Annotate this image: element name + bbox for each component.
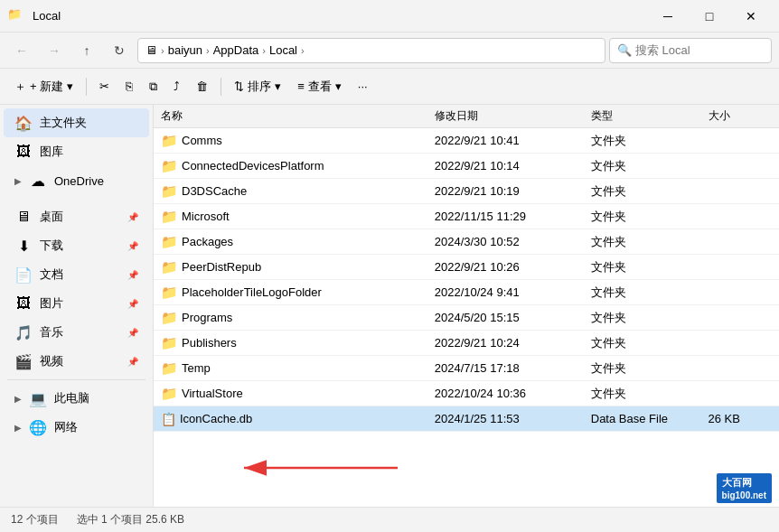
view-dropdown-icon: ▾ xyxy=(335,79,342,93)
sort-button[interactable]: ⇅ 排序 ▾ xyxy=(227,72,288,101)
more-button[interactable]: ··· xyxy=(351,72,375,101)
file-name[interactable]: 📁Temp xyxy=(154,356,427,381)
breadcrumb-appdata[interactable]: AppData xyxy=(213,43,259,57)
col-header-date[interactable]: 修改日期 xyxy=(427,105,584,128)
table-row[interactable]: 📁PeerDistRepub 2022/9/21 10:26 文件夹 xyxy=(154,255,779,280)
file-name[interactable]: 📁Microsoft xyxy=(154,204,427,229)
search-input[interactable] xyxy=(635,43,764,57)
new-icon: ＋ xyxy=(14,79,26,95)
sidebar-item-desktop[interactable]: 🖥 桌面 📌 xyxy=(4,202,149,231)
col-header-size[interactable]: 大小 xyxy=(701,105,780,128)
sidebar-item-main-files[interactable]: 🏠 主文件夹 xyxy=(4,108,149,137)
file-date: 2024/1/25 11:53 xyxy=(427,406,584,432)
expander-icon: ▶ xyxy=(14,423,22,433)
file-size: 26 KB xyxy=(701,406,780,432)
sidebar-item-gallery[interactable]: 🖼 图库 xyxy=(4,137,149,166)
file-name[interactable]: 📁Packages xyxy=(154,229,427,255)
sidebar-label: 视频 xyxy=(40,353,120,369)
file-date: 2022/9/21 10:19 xyxy=(427,179,584,204)
sidebar-item-documents[interactable]: 📄 文档 📌 xyxy=(4,260,149,289)
new-button[interactable]: ＋ + 新建 ▾ xyxy=(7,72,80,101)
file-date: 2022/11/15 11:29 xyxy=(427,204,584,229)
refresh-button[interactable]: ↻ xyxy=(105,36,134,65)
status-bar: 12 个项目 选中 1 个项目 25.6 KB xyxy=(0,507,779,532)
table-row[interactable]: 📁ConnectedDevicesPlatform 2022/9/21 10:1… xyxy=(154,154,779,179)
toolbar-separator xyxy=(86,78,87,96)
file-name[interactable]: 📁Programs xyxy=(154,305,427,331)
forward-button[interactable]: → xyxy=(40,36,69,65)
file-type: 文件夹 xyxy=(584,255,701,280)
file-date: 2024/5/20 15:15 xyxy=(427,305,584,331)
close-button[interactable]: ✕ xyxy=(730,0,772,33)
search-bar[interactable]: 🔍 xyxy=(609,38,772,63)
file-name[interactable]: 📁PeerDistRepub xyxy=(154,255,427,280)
file-size xyxy=(701,204,780,229)
maximize-button[interactable]: □ xyxy=(689,0,730,33)
desktop-icon: 🖥 xyxy=(14,209,33,225)
file-type: 文件夹 xyxy=(584,204,701,229)
file-date: 2022/9/21 10:26 xyxy=(427,255,584,280)
pin-icon: 📌 xyxy=(127,212,138,222)
copy-button[interactable]: ⎘ xyxy=(118,72,140,101)
folder-type-icon: 📁 xyxy=(161,234,178,250)
share-button[interactable]: ⤴ xyxy=(166,72,187,101)
folder-type-icon: 📁 xyxy=(161,158,178,174)
sidebar-item-onedrive[interactable]: ▶ ☁ OneDrive xyxy=(4,166,149,195)
sidebar-label: 音乐 xyxy=(40,324,120,341)
pin-icon: 📌 xyxy=(127,270,138,280)
table-row[interactable]: 📁Comms 2022/9/21 10:41 文件夹 xyxy=(154,128,779,154)
sidebar-item-pictures[interactable]: 🖼 图片 📌 xyxy=(4,289,149,318)
cut-button[interactable]: ✂ xyxy=(92,72,117,101)
table-row[interactable]: 📁Microsoft 2022/11/15 11:29 文件夹 xyxy=(154,204,779,229)
breadcrumb[interactable]: 🖥 › baiyun › AppData › Local › xyxy=(137,38,605,63)
file-size xyxy=(701,179,780,204)
back-button[interactable]: ← xyxy=(7,36,36,65)
table-row[interactable]: 📋IconCache.db 2024/1/25 11:53 Data Base … xyxy=(154,406,779,432)
file-size xyxy=(701,128,780,154)
up-button[interactable]: ↑ xyxy=(72,36,101,65)
table-row[interactable]: 📁VirtualStore 2022/10/24 10:36 文件夹 xyxy=(154,381,779,406)
file-name[interactable]: 📁D3DSCache xyxy=(154,179,427,204)
breadcrumb-baiyun[interactable]: baiyun xyxy=(168,43,202,57)
sidebar-item-downloads[interactable]: ⬇ 下载 📌 xyxy=(4,231,149,260)
paste-button[interactable]: ⧉ xyxy=(142,72,164,101)
sidebar-label: 图库 xyxy=(40,144,138,160)
file-name[interactable]: 📁PlaceholderTileLogoFolder xyxy=(154,280,427,305)
file-date: 2022/9/21 10:14 xyxy=(427,154,584,179)
breadcrumb-local[interactable]: Local xyxy=(269,43,297,57)
sidebar-label: 此电脑 xyxy=(54,390,138,406)
table-row[interactable]: 📁Programs 2024/5/20 15:15 文件夹 xyxy=(154,305,779,331)
file-size xyxy=(701,331,780,356)
table-row[interactable]: 📁D3DSCache 2022/9/21 10:19 文件夹 xyxy=(154,179,779,204)
file-name[interactable]: 📋IconCache.db xyxy=(154,406,427,432)
file-type: 文件夹 xyxy=(584,229,701,255)
table-row[interactable]: 📁Temp 2024/7/15 17:18 文件夹 xyxy=(154,356,779,381)
table-row[interactable]: 📁Publishers 2022/9/21 10:24 文件夹 xyxy=(154,331,779,356)
sidebar-item-music[interactable]: 🎵 音乐 📌 xyxy=(4,318,149,347)
col-header-name[interactable]: 名称 xyxy=(154,105,427,128)
col-header-type[interactable]: 类型 xyxy=(584,105,701,128)
file-name[interactable]: 📁ConnectedDevicesPlatform xyxy=(154,154,427,179)
file-name[interactable]: 📁VirtualStore xyxy=(154,381,427,406)
sidebar-item-this-pc[interactable]: ▶ 💻 此电脑 xyxy=(4,384,149,413)
file-name[interactable]: 📁Publishers xyxy=(154,331,427,356)
file-type: 文件夹 xyxy=(584,280,701,305)
folder-type-icon: 📁 xyxy=(161,259,178,275)
sidebar-item-network[interactable]: ▶ 🌐 网络 xyxy=(4,413,149,442)
table-row[interactable]: 📁Packages 2024/3/30 10:52 文件夹 xyxy=(154,229,779,255)
watermark: 大百网big100.net xyxy=(717,473,772,503)
file-name[interactable]: 📁Comms xyxy=(154,128,427,154)
folder-type-icon: 📁 xyxy=(161,133,178,149)
music-icon: 🎵 xyxy=(14,324,33,341)
new-label: + 新建 xyxy=(30,79,63,95)
sidebar-item-videos[interactable]: 🎬 视频 📌 xyxy=(4,347,149,376)
nav-bar: ← → ↑ ↻ 🖥 › baiyun › AppData › Local › 🔍 xyxy=(0,33,779,69)
minimize-button[interactable]: ─ xyxy=(647,0,689,33)
delete-icon: 🗑 xyxy=(196,79,208,93)
view-button[interactable]: ≡ 查看 ▾ xyxy=(290,72,349,101)
file-size xyxy=(701,305,780,331)
sort-icon: ⇅ xyxy=(234,79,244,93)
toolbar-separator-2 xyxy=(221,78,221,96)
delete-button[interactable]: 🗑 xyxy=(189,72,215,101)
table-row[interactable]: 📁PlaceholderTileLogoFolder 2022/10/24 9:… xyxy=(154,280,779,305)
